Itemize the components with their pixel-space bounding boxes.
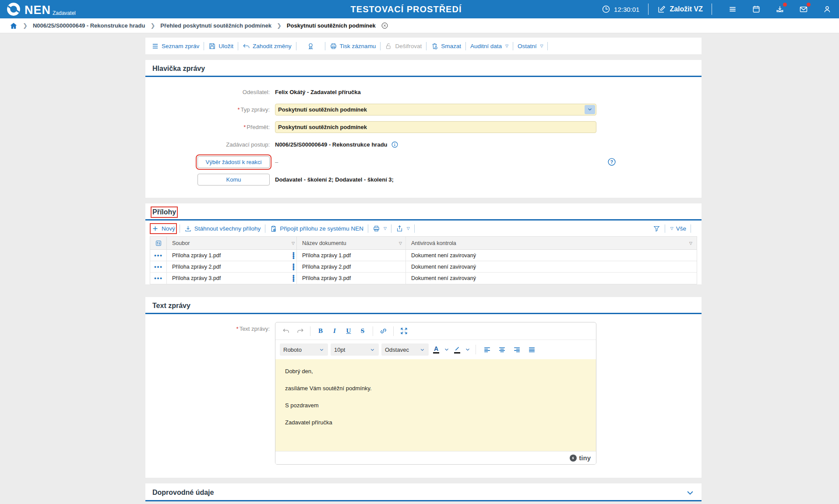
- row-menu-icon[interactable]: ●●●: [154, 276, 162, 280]
- decrypt-button[interactable]: Dešifrovat: [385, 42, 422, 50]
- breadcrumb-item-current: Poskytnutí soutěžních podmínek: [287, 22, 376, 29]
- drag-handle-icon[interactable]: ●●●●: [293, 252, 295, 259]
- sort-icon[interactable]: ▽: [292, 241, 295, 245]
- align-right-button[interactable]: [511, 343, 523, 356]
- other-menu[interactable]: Ostatní ▽: [518, 43, 543, 49]
- drag-handle-icon[interactable]: ●●●●: [293, 263, 295, 270]
- printer-icon: [373, 225, 380, 232]
- breadcrumb-item-overview[interactable]: Přehled poskytnutí soutěžních podmínek: [160, 22, 271, 29]
- export-attachments-button[interactable]: ▽: [396, 225, 410, 232]
- fullscreen-icon: [400, 327, 408, 335]
- hamburger-icon: [728, 5, 737, 14]
- main-menu-button[interactable]: [727, 4, 738, 15]
- message-line: Zadavatel příručka: [285, 419, 586, 426]
- sender-label: Odesílatel:: [145, 89, 275, 95]
- paragraph-format-select[interactable]: Odstavec: [381, 343, 429, 356]
- inbox-button[interactable]: [774, 4, 786, 15]
- message-list-button[interactable]: Seznam zpráv: [152, 42, 199, 50]
- delete-button[interactable]: Smazat: [431, 42, 461, 50]
- undo-button[interactable]: [280, 325, 292, 337]
- nen-logo-icon: [6, 2, 21, 17]
- filter-button[interactable]: [653, 225, 660, 232]
- divider: [296, 42, 296, 50]
- discard-changes-button[interactable]: Zahodit změny: [243, 42, 292, 50]
- italic-button[interactable]: I: [328, 325, 341, 337]
- column-header-antivir[interactable]: Antivirová kontrola ▽: [406, 240, 697, 246]
- view-all-filter[interactable]: ▽ Vše: [670, 225, 686, 232]
- align-justify-button[interactable]: [525, 343, 538, 356]
- breadcrumb-item-procedure[interactable]: N006/25/S00000649 - Rekonstrukce hradu: [33, 22, 145, 29]
- select-dropdown-button[interactable]: [585, 105, 595, 114]
- recipients-button[interactable]: Komu: [197, 174, 270, 186]
- info-icon[interactable]: [391, 141, 398, 148]
- section-message-text: Text zprávy *Text zprávy: B I U S: [145, 297, 702, 478]
- link-button[interactable]: [377, 325, 389, 337]
- highlight-color-button[interactable]: [452, 343, 462, 356]
- attach-from-nen-button[interactable]: Připojit přílohu ze systému NEN: [270, 225, 363, 232]
- divider: [380, 42, 381, 50]
- font-size-select[interactable]: 10pt: [331, 343, 379, 356]
- print-attachments-button[interactable]: ▽: [373, 225, 387, 232]
- strikethrough-button[interactable]: S: [356, 325, 369, 337]
- chevron-down-icon: [370, 347, 375, 353]
- calendar-button[interactable]: [751, 4, 762, 15]
- drag-handle-icon[interactable]: ●●●●: [293, 275, 295, 282]
- column-header-nazev[interactable]: Název dokumentu ▽: [296, 237, 406, 249]
- align-center-button[interactable]: [496, 343, 508, 356]
- fullscreen-button[interactable]: [398, 325, 410, 337]
- calendar-icon: [752, 5, 761, 14]
- save-icon: [208, 42, 216, 50]
- messages-button[interactable]: [798, 4, 809, 15]
- message-line: Dobrý den,: [285, 368, 586, 374]
- field-message-type: *Typ zprávy: Poskytnutí soutěžních podmí…: [145, 101, 702, 118]
- table-row[interactable]: ●●● Příloha zprávy 1.pdf●●●● Příloha zpr…: [150, 250, 697, 261]
- column-header-soubor[interactable]: Soubor ▽: [167, 240, 296, 246]
- user-profile-button[interactable]: [821, 4, 833, 15]
- audit-data-menu[interactable]: Auditní data ▽: [470, 43, 508, 49]
- bold-button[interactable]: B: [314, 325, 327, 337]
- seal-button[interactable]: [301, 42, 321, 50]
- table-row[interactable]: ●●● Příloha zprávy 3.pdf●●●● Příloha zpr…: [150, 273, 697, 284]
- chevron-down-icon[interactable]: [444, 346, 450, 353]
- row-menu-icon[interactable]: ●●●: [154, 253, 162, 258]
- help-icon[interactable]: ?: [607, 158, 616, 166]
- divider: [393, 326, 394, 336]
- sort-icon[interactable]: ▽: [689, 241, 692, 245]
- home-icon[interactable]: [10, 22, 18, 30]
- font-family-select[interactable]: Roboto: [280, 343, 328, 356]
- save-button[interactable]: Uložit: [208, 42, 233, 50]
- new-attachment-button[interactable]: Nový: [152, 225, 175, 232]
- request-selection-button[interactable]: Výběr žádostí k reakci: [197, 156, 270, 168]
- print-record-button[interactable]: Tisk záznamu: [330, 42, 376, 50]
- divider: [238, 42, 238, 50]
- logo-text: NEN: [25, 4, 51, 17]
- table-row[interactable]: ●●● Příloha zprávy 2.pdf●●●● Příloha zpr…: [150, 261, 697, 273]
- subject-input[interactable]: Poskytnutí soutěžních podmínek: [275, 121, 596, 133]
- field-subject: *Předmět: Poskytnutí soutěžních podmínek: [145, 118, 702, 136]
- column-settings-button[interactable]: [150, 237, 167, 249]
- section-title: Text zprávy: [152, 302, 190, 310]
- sort-icon[interactable]: ▽: [399, 241, 402, 245]
- app-logo[interactable]: NEN Zadavatel: [6, 2, 76, 17]
- message-type-select[interactable]: Poskytnutí soutěžních podmínek: [275, 104, 596, 116]
- download-all-attachments-button[interactable]: Stáhnout všechny přílohy: [184, 225, 261, 232]
- row-menu-icon[interactable]: ●●●: [154, 265, 162, 269]
- redo-button[interactable]: [294, 325, 306, 337]
- expand-section-chevron-icon[interactable]: [686, 488, 694, 497]
- align-left-button[interactable]: [481, 343, 493, 356]
- sender-value: Felix Okátý - Zadavatel příručka: [275, 89, 361, 95]
- divider: [476, 345, 476, 354]
- chevron-down-icon[interactable]: [465, 346, 471, 353]
- plus-icon: [152, 225, 159, 232]
- time-value: 12:30:01: [614, 6, 639, 13]
- text-color-button[interactable]: A: [431, 343, 441, 356]
- close-tab-icon[interactable]: [381, 22, 388, 29]
- create-vz-button[interactable]: Založit VZ: [657, 5, 703, 14]
- align-center-icon: [498, 346, 506, 354]
- underline-button[interactable]: U: [342, 325, 355, 337]
- divider: [325, 42, 325, 50]
- editor-content-area[interactable]: Dobrý den, zasíláme Vám soutěžní podmínk…: [275, 359, 596, 451]
- table-header-row: Soubor ▽ Název dokumentu ▽ Antivirová ko…: [150, 237, 697, 250]
- section-title: Hlavička zprávy: [152, 65, 205, 73]
- page-body: Seznam zpráv Uložit Zahodit změny Tisk z…: [0, 33, 839, 504]
